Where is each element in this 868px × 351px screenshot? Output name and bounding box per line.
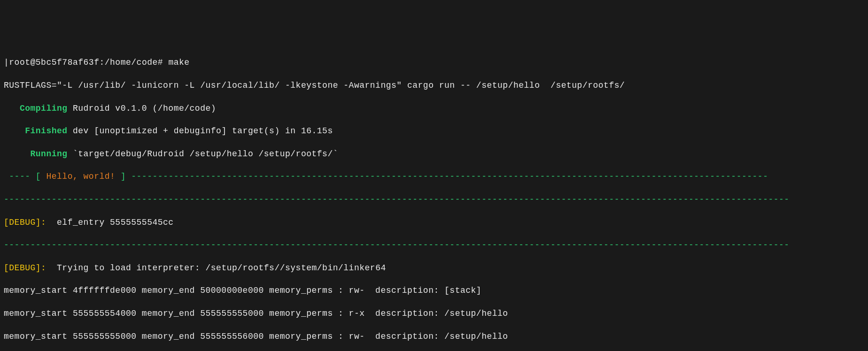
running-rest: `target/debug/Rudroid /setup/hello /setu… [68,149,338,159]
debug-rest: elf_entry 5555555545cc [46,218,173,227]
debug-interpreter: [DEBUG]: Trying to load interpreter: /se… [4,262,864,274]
finished-rest: dev [unoptimized + debuginfo] target(s) … [68,126,333,136]
compiling-line: Compiling Rudroid v0.1.0 (/home/code) [4,103,864,114]
finished-label: Finished [4,126,68,136]
debug-label: [DEBUG]: [4,263,46,273]
prompt-colon: : [99,58,104,67]
prompt-line-1[interactable]: |root@5bc5f78af63f:/home/code# make [4,57,864,68]
memory-line: memory_start 555555555000 memory_end 555… [4,331,864,342]
rustflags-line: RUSTFLAGS="-L /usr/lib/ -lunicorn -L /us… [4,80,864,91]
compiling-rest: Rudroid v0.1.0 (/home/code) [68,104,216,113]
banner-msg: Hello, world! [46,172,115,181]
prompt-user: root@5bc5f78af63f [9,58,99,67]
bracket: | [4,58,9,67]
finished-line: Finished dev [unoptimized + debuginfo] t… [4,125,864,137]
debug-rest: Trying to load interpreter: /setup/rootf… [46,263,386,273]
debug-label: [DEBUG]: [4,218,46,227]
prompt-path: /home/code [105,58,158,67]
banner-post: ] --------------------------------------… [115,172,768,181]
running-label: Running [4,149,68,159]
debug-elf-entry: [DEBUG]: elf_entry 5555555545cc [4,217,864,228]
hr-1: ----------------------------------------… [4,194,864,205]
command: make [163,58,190,67]
terminal[interactable]: |root@5bc5f78af63f:/home/code# make RUST… [0,46,868,351]
memory-line: memory_start 4ffffffde000 memory_end 500… [4,285,864,296]
memory-line: memory_start 555555554000 memory_end 555… [4,308,864,319]
running-line: Running `target/debug/Rudroid /setup/hel… [4,148,864,160]
banner-hello: ---- [ Hello, world! ] -----------------… [4,171,864,182]
compiling-label: Compiling [4,104,68,113]
prompt-sep: # [158,58,163,67]
banner-pre: ---- [ [4,172,46,181]
hr-2: ----------------------------------------… [4,239,864,251]
